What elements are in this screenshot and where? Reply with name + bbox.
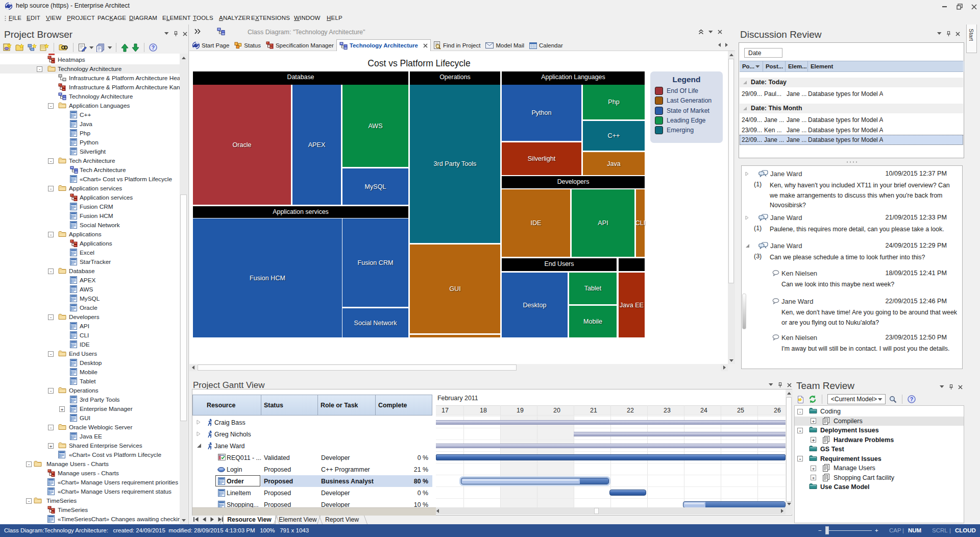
expand-toggle[interactable] [811, 466, 816, 471]
message-expanded-icon[interactable] [745, 243, 750, 248]
treemap-cell-java[interactable]: Java [583, 152, 645, 175]
project-browser-close-icon[interactable] [183, 32, 187, 36]
tree-item-ide[interactable]: IDE [0, 340, 180, 349]
tree-item-shared-enterprise-services[interactable]: Shared Enterprise Services [0, 441, 180, 450]
search-icon[interactable] [889, 396, 897, 403]
treemap-cell-php[interactable]: Php [583, 85, 645, 119]
team-menu-icon[interactable] [940, 385, 944, 388]
collapse-toggle[interactable] [26, 498, 32, 504]
treemap-cell-oracle[interactable]: Oracle [193, 85, 291, 205]
discussion-menu-icon[interactable] [937, 32, 942, 35]
menu-diagram[interactable]: DIAGRAM [129, 15, 157, 21]
tree-item-oracle[interactable]: Oracle [0, 303, 180, 312]
group-header-date-today[interactable]: Date: Today [740, 78, 963, 87]
tree-item-php[interactable]: Php [0, 129, 180, 138]
collapse-toggle[interactable] [797, 456, 803, 461]
collapse-toggle[interactable] [48, 186, 54, 191]
new-document-icon[interactable] [796, 395, 805, 404]
tab-find-in-project[interactable]: Find in Project [431, 39, 483, 51]
toolbar-menu-icon[interactable] [708, 31, 713, 34]
team-item-deployment-issues[interactable]: Deployment Issues [795, 426, 964, 435]
gantt-scroll-down-icon[interactable] [787, 503, 791, 505]
group-by-date-box[interactable]: Date [744, 48, 782, 58]
tree-item-application-languages[interactable]: Application Languages [0, 101, 180, 110]
treemap-cell-gui[interactable]: GUI [410, 245, 500, 333]
gantt-resource-name[interactable]: Jane Ward [214, 443, 244, 450]
collapse-toggle[interactable] [48, 388, 54, 394]
tree-item-operations[interactable]: Operations [0, 386, 180, 395]
tree-item-oracle-weblogic-server[interactable]: Oracle Weblogic Server [0, 423, 180, 432]
gantt-bar-summary[interactable] [436, 444, 786, 448]
canvas-scroll-down-icon[interactable] [728, 357, 735, 364]
team-item-gs-test[interactable]: GS Test [795, 445, 964, 454]
tree-item-manage-users-charts[interactable]: Manage Users - Charts [0, 459, 180, 469]
tab-scroll-left-icon[interactable] [718, 43, 721, 47]
tree-item-api[interactable]: API [0, 322, 180, 331]
treemap-cell-mysql[interactable]: MySQL [342, 168, 408, 205]
project-browser-menu-icon[interactable] [164, 32, 169, 35]
vcr-next-icon[interactable] [210, 517, 214, 522]
dropdown-caret-icon[interactable] [108, 46, 111, 49]
tree-item-database[interactable]: Database [0, 266, 180, 276]
tree-item-tech-architecture[interactable]: Tech Architecture [0, 156, 180, 165]
treemap-cell-api[interactable]: API [572, 189, 634, 257]
treemap-cell-fusion-crm[interactable]: Fusion CRM [342, 218, 408, 307]
tab-close-icon[interactable] [423, 43, 428, 48]
gantt-scroll-up-icon[interactable] [787, 392, 791, 395]
menu-project[interactable]: PROJECT [67, 15, 95, 21]
gantt-resource-name[interactable]: Greg Nichols [214, 431, 251, 438]
gantt-task-name[interactable]: REQ011 - ... [227, 454, 261, 461]
menu-tools[interactable]: TOOLS [193, 15, 213, 21]
gantt-column-complete[interactable]: Complete [375, 395, 432, 416]
tree-item-technology-architecture[interactable]: Technology Architecture [0, 64, 180, 74]
collapse-toggle[interactable] [26, 461, 32, 467]
new-diagram-icon[interactable] [28, 43, 37, 52]
treemap-cell-sliver[interactable] [410, 335, 500, 337]
new-element-icon[interactable] [40, 43, 49, 52]
expand-toggle[interactable] [59, 406, 65, 412]
treemap-cell-cli[interactable]: CLI [636, 189, 645, 257]
team-item-hardware-problems[interactable]: Hardware Problems [795, 435, 964, 445]
copy-docs-icon[interactable] [96, 43, 105, 52]
tree-item-silverlight[interactable]: Silverlight [0, 147, 180, 156]
team-item-coding[interactable]: Coding [795, 407, 964, 417]
tree-item-social-network[interactable]: Social Network [0, 221, 180, 230]
gantt-task-name[interactable]: Order [227, 478, 244, 485]
edit-doc-icon[interactable] [78, 43, 87, 52]
menu-edit[interactable]: EDIT [27, 15, 40, 21]
treemap-cell-mobile[interactable]: Mobile [569, 306, 617, 337]
treemap-cell-3rd-party-tools[interactable]: 3rd Party Tools [410, 85, 500, 243]
tree-item-chart-cost-vs-platform-lifecycle[interactable]: «Chart» Cost vs Platform Lifecycle [0, 175, 180, 184]
scroll-down-icon[interactable] [180, 516, 188, 524]
team-item-shopping-cart-facility[interactable]: Shopping Cart facility [795, 473, 964, 483]
collapse-toggle[interactable] [48, 158, 54, 164]
menu-analyzer[interactable]: ANALYZER [219, 15, 250, 21]
collapse-toggle[interactable] [48, 351, 54, 357]
canvas-vscrollbar[interactable] [728, 51, 735, 364]
diagram-canvas[interactable]: Cost vs Platform Lifecycle DatabaseOpera… [189, 51, 728, 364]
help-icon[interactable]: ? [908, 395, 916, 403]
expand-toggle[interactable] [48, 443, 54, 449]
menu-view[interactable]: VIEW [46, 15, 61, 21]
gantt-close-icon[interactable] [787, 383, 792, 387]
tree-item-timeseries[interactable]: TimeSeries [0, 496, 180, 505]
gantt-scroll-right-icon[interactable] [781, 509, 783, 513]
tree-item-aws[interactable]: AWS [0, 285, 180, 294]
minimize-button[interactable] [939, 3, 950, 10]
expand-toggle[interactable] [811, 418, 816, 424]
treemap-cell-aws[interactable]: AWS [342, 85, 408, 167]
treemap-cell-silverlight[interactable]: Silverlight [502, 142, 581, 175]
refresh-icon[interactable] [808, 395, 817, 403]
combo-caret-icon[interactable] [878, 398, 883, 401]
treemap-cell-desktop[interactable]: Desktop [502, 273, 568, 337]
dropdown-caret-icon[interactable] [89, 46, 93, 49]
collapse-toggle[interactable] [48, 103, 54, 109]
collapsed-toggle-icon[interactable] [197, 420, 201, 425]
tree-item-chart-cost-vs-platform-lifecycle[interactable]: «Chart» Cost vs Platform Lifecycle [0, 450, 180, 459]
discussion-splitter[interactable] [739, 159, 964, 165]
column-header-element[interactable]: Element [808, 61, 964, 71]
treemap-cell-ide[interactable]: IDE [502, 189, 570, 257]
discussion-pin-icon[interactable] [946, 31, 951, 36]
gantt-column-resource[interactable]: Resource [192, 395, 261, 416]
tab-model-mail[interactable]: Model Mail [483, 39, 527, 51]
